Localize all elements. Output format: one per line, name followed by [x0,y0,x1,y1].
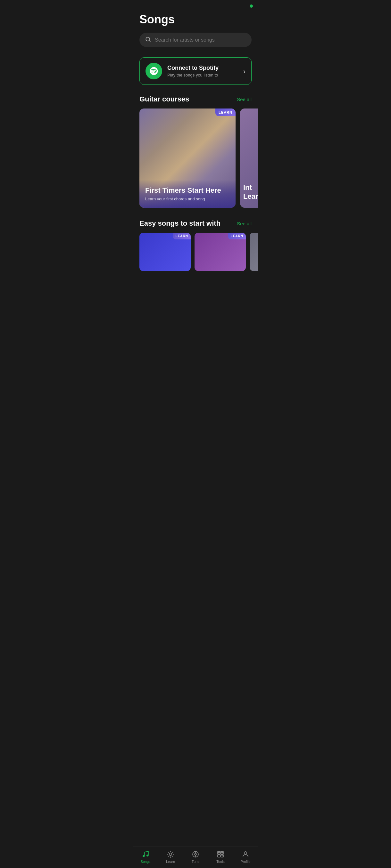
guitar-courses-list: LEARN First Timers Start Here Learn your… [133,108,258,208]
guitar-courses-see-all[interactable]: See all [237,97,252,102]
course-card-partial[interactable]: IntLear [240,108,258,208]
course-card-partial-text: IntLear [243,183,258,201]
song-card-3[interactable] [250,233,258,271]
search-input[interactable] [155,37,246,43]
easy-songs-section: Easy songs to start with See all LEARN L… [139,219,252,271]
course-card-overlay: First Timers Start Here Learn your first… [139,180,235,208]
easy-songs-see-all[interactable]: See all [237,221,252,226]
course-card-subtitle: Learn your first chords and song [145,196,230,201]
page-title: Songs [139,13,252,26]
svg-line-1 [149,40,150,41]
course-card-title: First Timers Start Here [145,186,230,195]
status-bar [133,0,258,10]
guitar-courses-title: Guitar courses [139,95,189,103]
easy-songs-title: Easy songs to start with [139,219,221,227]
spotify-arrow-icon: › [243,67,246,75]
song-card-2[interactable]: LEARN [195,233,246,271]
status-dot [250,4,253,8]
song-card-bg-3 [250,233,258,271]
spotify-logo-icon [145,63,162,80]
spotify-card-title: Connect to Spotify [167,65,238,71]
easy-songs-header: Easy songs to start with See all [139,219,252,227]
guitar-courses-header: Guitar courses See all [139,95,252,103]
spotify-connect-card[interactable]: Connect to Spotify Play the songs you li… [139,57,252,85]
learn-badge: LEARN [215,108,235,116]
song-learn-badge-1: LEARN [173,233,191,239]
course-card-first-timers[interactable]: LEARN First Timers Start Here Learn your… [139,108,235,208]
song-card-1[interactable]: LEARN [139,233,191,271]
main-content: Songs Connect to Spotify Play the songs … [133,10,258,310]
search-bar[interactable] [139,33,252,47]
spotify-card-text: Connect to Spotify Play the songs you li… [167,65,238,78]
spotify-card-subtitle: Play the songs you listen to [167,73,238,78]
easy-songs-list: LEARN LEARN [133,233,258,271]
search-icon [145,36,151,43]
song-learn-badge-2: LEARN [228,233,246,239]
